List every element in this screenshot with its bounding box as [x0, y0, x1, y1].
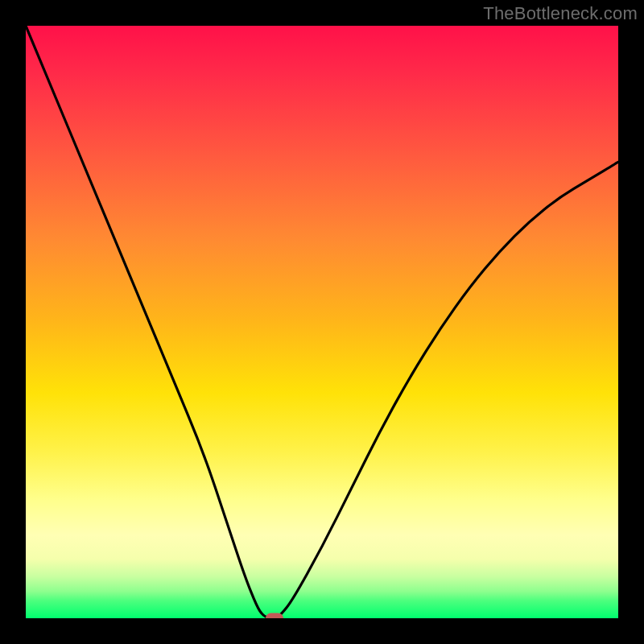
plot-area — [26, 26, 618, 618]
chart-frame: TheBottleneck.com — [0, 0, 644, 644]
watermark-text: TheBottleneck.com — [483, 3, 638, 24]
bottleneck-curve — [26, 26, 618, 618]
optimal-point-marker — [266, 613, 283, 619]
